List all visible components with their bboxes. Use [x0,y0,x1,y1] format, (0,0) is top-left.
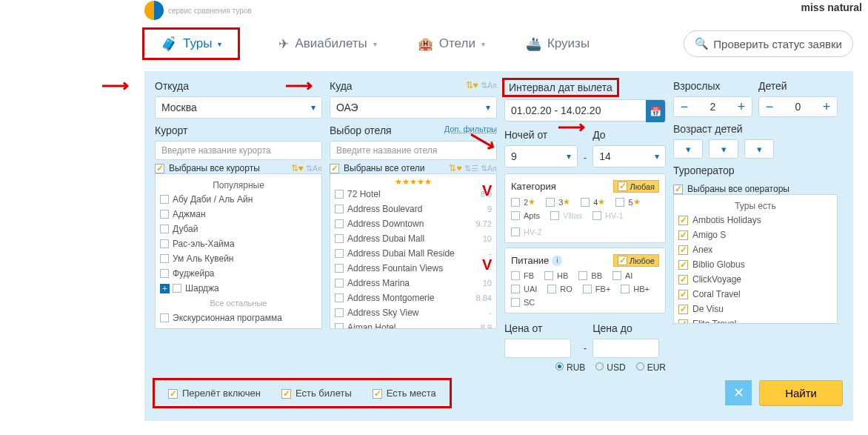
child-age-select[interactable]: ▾ [709,139,738,159]
minus-button[interactable]: − [759,96,780,117]
meal-option[interactable]: FB+ [583,285,610,293]
list-item[interactable]: 72 Hotel8.9 [335,187,492,202]
child-age-select[interactable]: ▾ [673,139,703,159]
chevron-down-icon: ▾ [567,151,571,162]
category-option[interactable]: Apts [511,211,540,220]
label-child-age: Возраст детей [673,123,838,135]
adults-stepper[interactable]: −2+ [673,96,752,117]
to-select[interactable]: ОАЭ▾ [330,96,497,119]
check-flight-included[interactable]: Перелёт включен [168,388,261,399]
list-item[interactable]: Рас-эль-Хайма [160,236,317,251]
minus-button[interactable]: − [674,96,695,117]
search-panel: ⟶ ⟶ ⟶ ⟶ V V Откуда Москва▾ Курорт Введит… [144,71,853,421]
list-section-others: Все остальные [160,299,317,308]
logo-icon [144,1,164,20]
currency-eur[interactable]: EUR [636,362,666,373]
currency-usd[interactable]: USD [595,362,625,373]
list-item[interactable]: Anex [678,242,832,257]
list-item[interactable]: Address Dubai Mall10 [335,231,492,246]
meal-option[interactable]: HB+ [621,285,650,293]
check-has-places[interactable]: Есть места [373,388,436,399]
list-item[interactable]: Address Sky View- [335,305,492,320]
meal-option[interactable]: SC [511,298,535,307]
calendar-icon: 📅 [646,100,665,122]
list-item[interactable]: Аджман [160,207,317,222]
category-option[interactable]: 3★ [546,197,570,207]
category-option[interactable]: Villas [550,211,582,220]
any-meal-toggle[interactable]: Любое [613,254,659,267]
nav-flights[interactable]: ✈Авиабилеты▾ [278,36,376,52]
category-option[interactable]: 4★ [581,197,605,207]
child-age-select[interactable]: ▾ [744,139,774,159]
list-item[interactable]: Coral Travel [678,287,832,302]
list-item[interactable]: Ambotis Holidays [678,213,832,228]
meal-option[interactable]: RO [547,285,572,293]
meal-option[interactable]: FB [511,271,534,280]
list-item[interactable]: Amigo S [678,228,832,242]
from-select[interactable]: Москва▾ [155,96,322,119]
plus-button[interactable]: + [816,96,837,117]
resort-list[interactable]: Популярные Абу Даби / Аль АйнАджманДубай… [155,173,322,329]
expand-icon[interactable]: + [160,284,170,293]
list-item[interactable]: Дубай [160,222,317,236]
nav-cruises[interactable]: 🚢Круизы [526,36,590,52]
meal-option[interactable]: AI [612,271,632,280]
chevron-down-icon: ▾ [481,40,485,48]
nav-hotels[interactable]: 🏨Отели▾ [418,36,485,52]
currency-rub[interactable]: RUB [555,362,585,373]
hotel-list[interactable]: ★★★★★ 72 Hotel8.9Address Boulevard9Addre… [330,173,497,329]
label-to: Куда [330,80,353,92]
hotel-icon: 🏨 [418,36,433,52]
chevron-down-icon: ▾ [311,102,316,113]
find-button[interactable]: Найти [759,380,843,406]
list-item[interactable]: ClickVoyage [678,272,832,287]
list-item[interactable]: +Шарджа [160,281,317,296]
operator-list[interactable]: Туры есть Ambotis HolidaysAmigo SAnexBib… [673,194,838,324]
list-item[interactable]: Biblio Globus [678,257,832,272]
label-price-from: Цена от [504,322,578,334]
chevron-down-icon: ▾ [218,40,221,48]
list-item[interactable]: Address Marina10 [335,276,492,290]
list-item[interactable]: Ajman Hotel8.9 [335,320,492,329]
label-nights-to: До [592,129,666,141]
list-item[interactable]: Elite Travel [678,316,832,324]
date-range-input[interactable]: 01.02.20 - 14.02.20📅 [504,99,666,122]
checkbox-all-hotels[interactable] [330,164,339,173]
category-option[interactable]: HV-1 [592,211,623,220]
list-item[interactable]: Фуджейра [160,266,317,281]
close-button[interactable]: ✕ [725,380,752,405]
meal-option[interactable]: BB [578,271,602,280]
nights-from-select[interactable]: 9▾ [504,145,578,167]
label-meal: Питание [511,255,549,266]
resort-input[interactable]: Введите название курорта [155,141,322,160]
list-item[interactable]: Address Fountain Views- [335,261,492,276]
ship-icon: 🚢 [526,36,541,52]
check-status-button[interactable]: 🔍Проверить статус заявки [684,30,853,57]
category-option[interactable]: 2★ [511,197,535,207]
check-has-tickets[interactable]: Есть билеты [281,388,352,399]
list-item[interactable]: De Visu [678,302,832,316]
category-option[interactable]: 5★ [615,197,640,207]
list-item[interactable]: Абу Даби / Аль Айн [160,192,317,207]
list-item[interactable]: Address Boulevard9 [335,202,492,216]
plus-button[interactable]: + [731,96,752,117]
category-option[interactable]: HV-2 [511,228,541,236]
checkbox-all-resorts[interactable] [155,164,164,173]
list-item[interactable]: Address Downtown9.72 [335,216,492,231]
list-item[interactable]: Address Montgomerie8.84 [335,290,492,305]
meal-option[interactable]: HB [544,271,568,280]
list-item[interactable]: Ум Аль Кувейн [160,251,317,266]
price-to-input[interactable] [592,339,659,358]
price-from-input[interactable] [504,339,571,358]
info-icon[interactable]: i [552,256,562,266]
nav-tours[interactable]: 🧳 Туры ▾ [144,30,238,58]
checkbox-all-operators[interactable] [673,185,683,194]
list-item[interactable]: Address Dubai Mall Reside- [335,246,492,261]
checkbox[interactable] [160,313,169,322]
label-operator: Туроператор [673,165,838,176]
any-category-toggle[interactable]: Любая [613,180,659,193]
chevron-down-icon: ▾ [373,40,377,48]
nights-to-select[interactable]: 14▾ [592,145,666,167]
children-stepper[interactable]: −0+ [758,96,838,117]
meal-option[interactable]: UAI [511,285,537,293]
